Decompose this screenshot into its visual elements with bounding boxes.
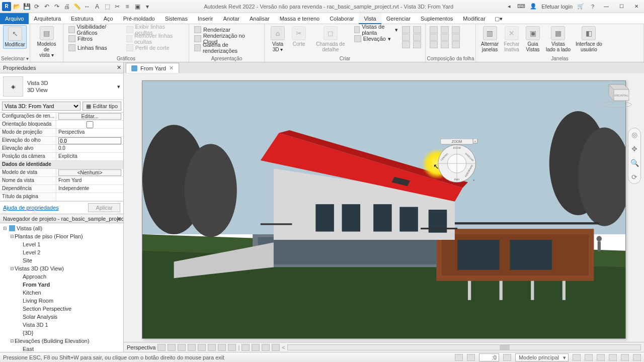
prop-value[interactable]: <Nenhum> bbox=[56, 169, 123, 176]
apply-button[interactable]: Aplicar bbox=[88, 203, 120, 212]
create-misc-2-icon[interactable] bbox=[402, 34, 410, 41]
tree-item[interactable]: Approach bbox=[0, 273, 123, 281]
status-icon-3[interactable] bbox=[597, 354, 605, 361]
status-icon-5[interactable] bbox=[621, 354, 629, 361]
view3d-button[interactable]: ⌂Vista3D ▾ bbox=[268, 25, 288, 53]
tile-views-button[interactable]: ▦Vistaslado a lado bbox=[544, 25, 573, 53]
reveal-hidden-icon[interactable] bbox=[252, 344, 260, 351]
create-misc-4-icon[interactable] bbox=[413, 26, 421, 33]
tab-precast[interactable]: Pré-moldado bbox=[118, 13, 160, 24]
thin-lines-button[interactable]: Linhas finas bbox=[66, 43, 124, 52]
tab-view[interactable]: Vista bbox=[359, 13, 381, 24]
tree-item[interactable]: Section Perspective bbox=[0, 305, 123, 313]
tab-massing[interactable]: Massa e terreno bbox=[275, 13, 325, 24]
tree-root[interactable]: ⊟Vistas (all) bbox=[0, 224, 123, 232]
sheet-4-icon[interactable] bbox=[441, 26, 449, 33]
full-nav-wheel-icon[interactable]: ◎ bbox=[630, 130, 639, 139]
instance-selector[interactable]: Vista 3D: From Yard bbox=[2, 102, 80, 111]
render-gallery-button[interactable]: Galeria de renderizações bbox=[192, 43, 261, 52]
save-icon[interactable]: 💾 bbox=[22, 2, 31, 11]
create-misc-5-icon[interactable] bbox=[413, 34, 421, 41]
tab-systems[interactable]: Sistemas bbox=[160, 13, 193, 24]
navigation-wheel[interactable]: ZOOM × ZOOM NAVEGAR REBOBINAR PAN CENTRO… bbox=[434, 139, 479, 184]
sheet-9-icon[interactable] bbox=[452, 41, 460, 48]
create-misc-6-icon[interactable] bbox=[413, 41, 421, 48]
lock-view-icon[interactable] bbox=[228, 344, 236, 351]
tab-addins[interactable]: Suplementos bbox=[416, 13, 458, 24]
dimension-icon[interactable]: ↔ bbox=[83, 2, 92, 11]
orbit-icon[interactable]: ⟳ bbox=[630, 172, 639, 182]
visibility-graphics-button[interactable]: Visibilidade/ Gráficos bbox=[66, 25, 124, 34]
shadows-icon[interactable] bbox=[188, 344, 196, 351]
tab-insert[interactable]: Inserir bbox=[193, 13, 218, 24]
close-window-button[interactable]: ✕ bbox=[631, 2, 642, 12]
revit-logo-icon[interactable]: R bbox=[2, 2, 11, 11]
status-icon-1[interactable] bbox=[573, 354, 581, 361]
tab-steel[interactable]: Aço bbox=[99, 13, 118, 24]
tab-file[interactable]: Arquivo bbox=[0, 13, 29, 24]
text-icon[interactable]: A bbox=[93, 2, 102, 11]
tree-3dviews[interactable]: ⊟Vistas 3D (3D View) bbox=[0, 264, 123, 273]
properties-help-link[interactable]: Ajuda de propriedades bbox=[3, 205, 59, 211]
sheet-6-icon[interactable] bbox=[441, 41, 449, 48]
status-icon-4[interactable] bbox=[609, 354, 617, 361]
tab-analyze[interactable]: Analisar bbox=[245, 13, 275, 24]
print-icon[interactable]: 🖨 bbox=[62, 2, 71, 11]
viewcube[interactable]: FRONTAL bbox=[599, 79, 634, 110]
tab-manage[interactable]: Gerenciar bbox=[381, 13, 416, 24]
browser-close-icon[interactable]: ✕ bbox=[117, 214, 121, 223]
minimize-button[interactable]: — bbox=[601, 2, 612, 12]
worksets-icon[interactable] bbox=[455, 354, 463, 361]
login-link[interactable]: Efetuar login bbox=[541, 4, 573, 10]
close-inactive-button[interactable]: ✕FecharInativa bbox=[502, 25, 522, 53]
tree-twisty-icon[interactable]: ⊟ bbox=[2, 225, 8, 232]
model-combo[interactable]: Modelo principal bbox=[515, 353, 569, 361]
view-canvas[interactable]: ZOOM × ZOOM NAVEGAR REBOBINAR PAN CENTRO… bbox=[142, 80, 626, 339]
prop-value[interactable] bbox=[56, 121, 123, 128]
tab-modify[interactable]: Modificar bbox=[458, 13, 491, 24]
tree-item[interactable]: Living Room bbox=[0, 297, 123, 305]
tab-architecture[interactable]: Arquitetura bbox=[29, 13, 66, 24]
tab-structure[interactable]: Estrutura bbox=[66, 13, 99, 24]
tree-twisty-icon[interactable]: ⊟ bbox=[9, 265, 15, 272]
close-hidden-icon[interactable]: ▣ bbox=[133, 2, 142, 11]
tree-item[interactable]: Site bbox=[0, 256, 123, 264]
crop-view-icon[interactable] bbox=[208, 344, 216, 351]
modify-button[interactable]: ↖ Modificar bbox=[3, 25, 27, 49]
view-scale-mode[interactable]: Perspectiva bbox=[127, 344, 155, 350]
view-templates-button[interactable]: ▤ Modelos devista ▾ bbox=[33, 25, 60, 59]
open-icon[interactable]: 📂 bbox=[12, 2, 21, 11]
switch-win-icon[interactable]: ▾ bbox=[143, 2, 152, 11]
crop-region-icon[interactable] bbox=[218, 344, 226, 351]
prop-value[interactable]: Perspectiva bbox=[56, 129, 123, 136]
tree-item[interactable]: Level 1 bbox=[0, 240, 123, 248]
tree-item[interactable]: Solar Analysis bbox=[0, 313, 123, 321]
pan-icon[interactable]: ✥ bbox=[630, 144, 639, 153]
detail-level-icon[interactable] bbox=[157, 344, 166, 351]
tab-collaborate[interactable]: Colaborar bbox=[325, 13, 359, 24]
status-icon-2[interactable] bbox=[585, 354, 593, 361]
prop-value[interactable]: 0.0 bbox=[56, 145, 123, 152]
edit-type-button[interactable]: ▦Editar tipo bbox=[83, 102, 121, 111]
tree-elevations[interactable]: ⊟Elevações (Building Elevation) bbox=[0, 337, 123, 345]
sheet-7-icon[interactable] bbox=[452, 26, 460, 33]
section-icon[interactable]: ✂ bbox=[113, 2, 122, 11]
properties-close-icon[interactable]: ✕ bbox=[117, 64, 121, 71]
design-options-icon[interactable] bbox=[467, 354, 475, 361]
prop-value[interactable]: Explícita bbox=[56, 153, 123, 160]
tab-annotate[interactable]: Anotar bbox=[218, 13, 245, 24]
tab-views-button[interactable]: ▣GuiaVistas bbox=[523, 25, 543, 53]
tree-twisty-icon[interactable]: ⊟ bbox=[9, 337, 15, 344]
view-tab-close-icon[interactable]: ✕ bbox=[169, 65, 174, 71]
infocenter-back-icon[interactable]: ◂ bbox=[505, 3, 513, 11]
prop-value[interactable] bbox=[56, 193, 123, 201]
zoom-icon[interactable]: 🔍 bbox=[630, 158, 639, 167]
measure-icon[interactable]: 📏 bbox=[72, 2, 82, 11]
user-icon[interactable]: 👤 bbox=[529, 3, 537, 11]
tree-item[interactable]: From Yard bbox=[0, 281, 123, 289]
3d-icon[interactable]: ⬚ bbox=[103, 2, 112, 11]
tree-item[interactable]: Level 2 bbox=[0, 248, 123, 256]
worksharing-icon[interactable] bbox=[262, 344, 270, 351]
maximize-button[interactable]: ☐ bbox=[616, 2, 627, 12]
sheet-8-icon[interactable] bbox=[452, 34, 460, 41]
